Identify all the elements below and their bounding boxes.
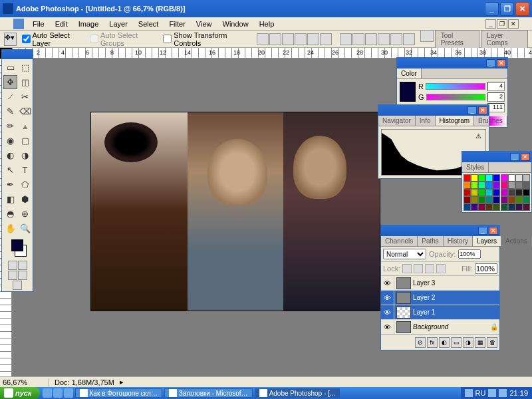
menu-select[interactable]: Select: [134, 19, 164, 29]
swatch[interactable]: [501, 196, 508, 203]
visibility-icon[interactable]: 👁: [381, 320, 394, 334]
swatch[interactable]: [471, 174, 478, 182]
swatch[interactable]: [523, 196, 530, 203]
layer-row[interactable]: 👁Layer 3: [381, 276, 499, 291]
distribute-btn[interactable]: [340, 33, 352, 45]
swatch[interactable]: [508, 203, 515, 211]
panel-tab-navigator[interactable]: Navigator: [378, 116, 416, 126]
fill-input[interactable]: [475, 263, 497, 274]
swatch[interactable]: [471, 196, 478, 203]
screen-mode-icon[interactable]: [18, 261, 27, 270]
align-btn[interactable]: [257, 33, 269, 45]
layer-thumbnail[interactable]: [396, 321, 411, 333]
taskbar-button[interactable]: Как в Фотошопе скл…: [75, 388, 162, 398]
swatch[interactable]: [501, 174, 508, 182]
panel-minimize-icon[interactable]: _: [467, 106, 477, 114]
swatch[interactable]: [478, 196, 485, 203]
maximize-button[interactable]: ❐: [500, 2, 514, 16]
panel-tab-histogram[interactable]: Histogram: [436, 116, 475, 126]
swatch[interactable]: [485, 182, 493, 189]
r-value[interactable]: 4: [487, 82, 505, 91]
menu-filter[interactable]: Filter: [164, 19, 190, 29]
tool-button[interactable]: ◓: [3, 207, 17, 221]
tray-icon[interactable]: [488, 389, 496, 397]
tool-button[interactable]: ✒: [3, 178, 17, 192]
tool-button[interactable]: ◉: [3, 134, 17, 148]
swatch[interactable]: [508, 196, 515, 203]
distribute-btn[interactable]: [403, 33, 415, 45]
swatch[interactable]: [464, 196, 471, 203]
distribute-btn[interactable]: [378, 33, 390, 45]
layer-name[interactable]: Layer 2: [413, 294, 499, 301]
new-group-icon[interactable]: ▭: [451, 337, 462, 348]
swatch[interactable]: [471, 189, 478, 196]
layer-thumbnail[interactable]: [396, 307, 411, 319]
layer-mask-icon[interactable]: ◐: [439, 337, 450, 348]
menu-window[interactable]: Window: [218, 19, 253, 29]
language-indicator[interactable]: RU: [475, 389, 486, 397]
align-btn[interactable]: [295, 33, 307, 45]
new-layer-icon[interactable]: ▦: [475, 337, 485, 348]
distribute-btn[interactable]: [352, 33, 364, 45]
swatch[interactable]: [478, 182, 485, 189]
layer-name[interactable]: Layer 1: [413, 309, 499, 316]
histogram-warning-icon[interactable]: ⚠: [475, 132, 481, 140]
swatch[interactable]: [485, 203, 493, 211]
styles-tab[interactable]: Styles: [462, 162, 489, 172]
layer-comps-tab[interactable]: Layer Comps: [481, 30, 528, 49]
swatch[interactable]: [478, 174, 485, 182]
align-btn[interactable]: [269, 33, 281, 45]
panel-minimize-icon[interactable]: _: [478, 227, 487, 235]
swatch[interactable]: [515, 189, 523, 196]
panel-tab-channels[interactable]: Channels: [381, 236, 418, 246]
opacity-input[interactable]: [458, 249, 481, 259]
swatch[interactable]: [501, 182, 508, 189]
tool-button[interactable]: ⬚: [18, 61, 32, 74]
swatch[interactable]: [485, 174, 493, 182]
tool-button[interactable]: ◐: [3, 148, 17, 162]
swatch[interactable]: [493, 182, 500, 189]
g-slider[interactable]: [426, 94, 485, 100]
tool-button[interactable]: ◑: [18, 148, 32, 162]
swatch[interactable]: [508, 174, 515, 182]
mdi-restore[interactable]: ❐: [497, 19, 507, 29]
visibility-icon[interactable]: 👁: [381, 305, 394, 319]
quicklaunch-icon[interactable]: [43, 388, 52, 398]
swatch[interactable]: [515, 196, 523, 203]
imageready-icon[interactable]: [13, 281, 22, 290]
layer-thumbnail[interactable]: [396, 277, 411, 289]
tool-button[interactable]: ⟋: [3, 90, 17, 104]
tool-button[interactable]: ✎: [3, 104, 17, 118]
swatch[interactable]: [508, 189, 515, 196]
layer-thumbnail[interactable]: [396, 292, 411, 304]
swatch[interactable]: [493, 174, 500, 182]
swatch[interactable]: [515, 203, 523, 211]
menu-image[interactable]: Image: [74, 19, 104, 29]
swatch[interactable]: [523, 174, 530, 182]
swatch[interactable]: [493, 203, 500, 211]
blend-mode-select[interactable]: Normal: [383, 249, 426, 259]
swatch[interactable]: [523, 203, 530, 211]
foreground-color[interactable]: [11, 239, 23, 251]
align-btn[interactable]: [320, 33, 332, 45]
minimize-button[interactable]: _: [485, 2, 499, 16]
delete-layer-icon[interactable]: 🗑: [487, 337, 497, 348]
tool-button[interactable]: ↖: [3, 163, 17, 177]
panel-close-icon[interactable]: ✕: [478, 106, 487, 114]
layer-style-icon[interactable]: fx: [427, 337, 438, 348]
swatch[interactable]: [485, 196, 493, 203]
show-transform-checkbox[interactable]: Show Transform Controls: [163, 31, 249, 47]
adjustment-layer-icon[interactable]: ◑: [463, 337, 473, 348]
swatch[interactable]: [515, 182, 523, 189]
clock[interactable]: 21:19: [509, 389, 528, 397]
panel-close-icon[interactable]: ✕: [489, 227, 498, 235]
tool-button[interactable]: ✥: [3, 75, 17, 89]
lock-transparency-icon[interactable]: [402, 264, 412, 273]
tool-button[interactable]: 🔍: [18, 221, 32, 235]
auto-select-layer-checkbox[interactable]: Auto Select Layer: [22, 31, 84, 47]
lock-position-icon[interactable]: [425, 264, 434, 273]
swatch[interactable]: [501, 203, 508, 211]
swatch[interactable]: [523, 182, 530, 189]
tool-button[interactable]: ✂: [18, 90, 32, 104]
menu-file[interactable]: File: [28, 19, 49, 29]
